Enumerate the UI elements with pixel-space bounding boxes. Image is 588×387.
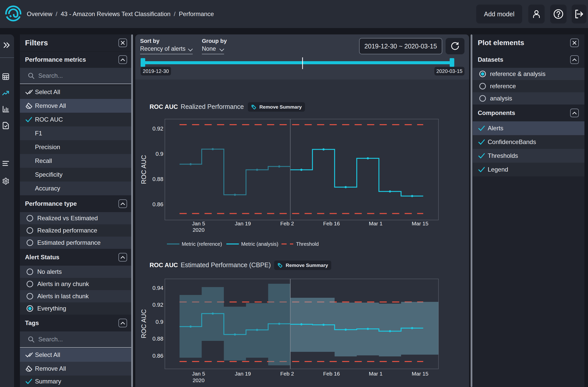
- svg-text:0.92: 0.92: [152, 302, 163, 308]
- svg-text:Feb 16: Feb 16: [323, 371, 340, 377]
- svg-text:0.9: 0.9: [155, 319, 163, 325]
- svg-text:0.86: 0.86: [152, 353, 163, 359]
- svg-text:2020: 2020: [193, 377, 205, 383]
- svg-text:ROC AUC: ROC AUC: [140, 309, 147, 338]
- svg-text:0.88: 0.88: [152, 336, 163, 342]
- svg-text:Mar 1: Mar 1: [369, 371, 383, 377]
- svg-text:Jan 5: Jan 5: [192, 371, 205, 377]
- svg-text:Mar 15: Mar 15: [412, 371, 428, 377]
- svg-text:Feb 2: Feb 2: [280, 371, 294, 377]
- svg-text:Jan 19: Jan 19: [235, 371, 251, 377]
- svg-text:0.94: 0.94: [152, 285, 163, 291]
